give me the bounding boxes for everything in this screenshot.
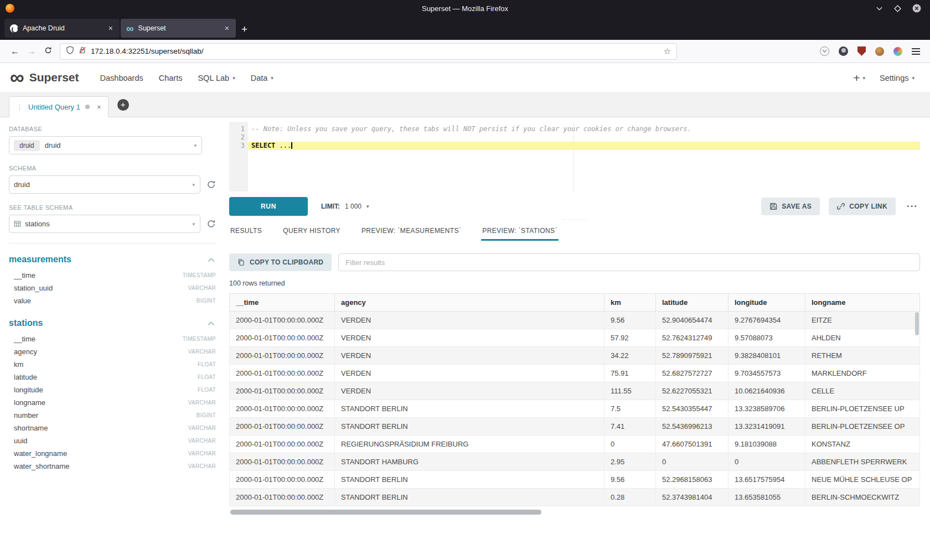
query-tab-untitled-query-1[interactable]: ⋮ Untitled Query 1 × bbox=[9, 96, 108, 117]
tab-preview-stations[interactable]: PREVIEW: `STATIONS` bbox=[481, 222, 559, 241]
nav-item-sql-lab[interactable]: SQL Lab ▾ bbox=[190, 63, 242, 93]
sql-text: ... bbox=[275, 142, 291, 149]
collapse-chevron-up-icon[interactable] bbox=[208, 255, 215, 265]
table-select[interactable]: stations ▾ bbox=[9, 215, 200, 233]
shield-permissions-icon[interactable] bbox=[66, 46, 74, 56]
table-section-measurements: measurements __timeTIMESTAMP station_uui… bbox=[9, 255, 216, 307]
grid-horizontal-scrollbar-thumb[interactable] bbox=[230, 510, 541, 515]
cell: 0.28 bbox=[604, 489, 656, 506]
cell: BERLIN-PLOETZENSEE OP bbox=[805, 418, 920, 435]
sql-keyword: SELECT bbox=[251, 142, 275, 149]
sql-lab-content: DATABASE druid druid ▾ SCHEMA druid ▾ SE… bbox=[0, 117, 930, 514]
nav-item-dashboards[interactable]: Dashboards bbox=[92, 63, 151, 93]
brand-name: Superset bbox=[29, 71, 79, 84]
schema-select[interactable]: druid ▾ bbox=[9, 175, 200, 194]
grid-vertical-scrollbar[interactable] bbox=[915, 312, 919, 505]
tab-results[interactable]: RESULTS bbox=[229, 222, 263, 241]
new-item-button[interactable]: + ▾ bbox=[853, 72, 865, 84]
cell: BERLIN-PLOETZENSEE UP bbox=[805, 400, 920, 418]
settings-menu[interactable]: Settings ▾ bbox=[880, 74, 914, 82]
browser-tab-bar: Apache Druid × ∞ Superset × + bbox=[0, 17, 930, 40]
column-header-agency[interactable]: agency bbox=[335, 294, 604, 312]
table-row[interactable]: 2000-01-01T00:00:00.000ZSTANDORT BERLIN7… bbox=[230, 400, 920, 418]
tab-query-history[interactable]: QUERY HISTORY bbox=[282, 222, 342, 241]
grid-horizontal-scrollbar[interactable] bbox=[229, 509, 920, 514]
table-row[interactable]: 2000-01-01T00:00:00.000ZVERDEN57.9252.76… bbox=[230, 329, 920, 347]
superset-navbar: ∞ Superset Dashboards Charts SQL Lab ▾ D… bbox=[0, 63, 930, 93]
extension-icon[interactable] bbox=[893, 47, 902, 56]
column-header-time[interactable]: __time bbox=[230, 294, 335, 312]
bookmark-star-icon[interactable]: ☆ bbox=[664, 46, 671, 56]
back-button[interactable]: ← bbox=[7, 46, 23, 56]
cell: 52.7890975921 bbox=[656, 347, 728, 365]
table-name[interactable]: stations bbox=[9, 318, 43, 328]
extension-icon[interactable] bbox=[875, 47, 884, 56]
drag-handle-icon[interactable]: ⋮ bbox=[16, 103, 23, 111]
run-button[interactable]: RUN bbox=[229, 197, 308, 216]
nav-item-label: Data bbox=[251, 74, 268, 82]
nav-item-data[interactable]: Data ▾ bbox=[243, 63, 281, 93]
column-name: number bbox=[14, 411, 38, 419]
editor-code-area[interactable]: -- Note: Unless you save your query, the… bbox=[248, 122, 920, 191]
ublock-extension-icon[interactable] bbox=[857, 46, 866, 56]
sql-code-editor[interactable]: 1 2 3 -- Note: Unless you save your quer… bbox=[229, 122, 920, 191]
table-name[interactable]: measurements bbox=[9, 255, 71, 265]
table-row[interactable]: 2000-01-01T00:00:00.000ZVERDEN75.9152.68… bbox=[230, 365, 920, 382]
cell: 9.181039088 bbox=[728, 435, 805, 453]
collapse-chevron-up-icon[interactable] bbox=[208, 318, 215, 328]
nav-item-label: Charts bbox=[159, 74, 183, 82]
column-row: numberBIGINT bbox=[9, 409, 216, 422]
table-row[interactable]: 2000-01-01T00:00:00.000ZVERDEN111.5552.6… bbox=[230, 382, 920, 400]
forward-button[interactable]: → bbox=[23, 46, 40, 56]
menu-icon[interactable] bbox=[912, 48, 920, 55]
new-browser-tab-button[interactable]: + bbox=[241, 24, 247, 34]
filter-results-input[interactable] bbox=[338, 253, 920, 271]
query-tab-close-icon[interactable]: × bbox=[97, 103, 101, 111]
table-row[interactable]: 2000-01-01T00:00:00.000ZSTANDORT BERLIN9… bbox=[230, 471, 920, 489]
add-query-tab-button[interactable]: + bbox=[117, 99, 129, 111]
insecure-lock-icon[interactable] bbox=[79, 46, 86, 56]
table-row[interactable]: 2000-01-01T00:00:00.000ZSTANDORT BERLIN7… bbox=[230, 418, 920, 435]
browser-tab-apache-druid[interactable]: Apache Druid × bbox=[4, 19, 120, 38]
column-header-latitude[interactable]: latitude bbox=[656, 294, 728, 312]
column-header-longitude[interactable]: longitude bbox=[728, 294, 805, 312]
window-controls bbox=[876, 4, 921, 13]
url-bar[interactable]: 172.18.0.4:32251/superset/sqllab/ ☆ bbox=[60, 43, 677, 60]
table-row[interactable]: 2000-01-01T00:00:00.000ZVERDEN34.2252.78… bbox=[230, 347, 920, 365]
pocket-icon[interactable] bbox=[820, 46, 829, 56]
browser-tab-superset[interactable]: ∞ Superset × bbox=[121, 19, 236, 38]
cell: REGIERUNGSPRÄSIDIUM FREIBURG bbox=[335, 435, 604, 453]
cell: NEUE MÜHLE SCHLEUSE OP bbox=[805, 471, 920, 489]
column-header-longname[interactable]: longname bbox=[805, 294, 920, 312]
url-text[interactable]: 172.18.0.4:32251/superset/sqllab/ bbox=[91, 47, 203, 55]
window-close-icon[interactable] bbox=[912, 4, 921, 13]
grid-vertical-scrollbar-thumb[interactable] bbox=[915, 312, 919, 335]
tab-close-icon[interactable]: × bbox=[107, 24, 114, 33]
tab-preview-measurements[interactable]: PREVIEW: `MEASUREMENTS` bbox=[360, 222, 462, 241]
copy-link-button[interactable]: COPY LINK bbox=[829, 198, 896, 215]
table-row[interactable]: 2000-01-01T00:00:00.000ZREGIERUNGSPRÄSID… bbox=[230, 435, 920, 453]
superset-logo[interactable]: ∞ Superset bbox=[10, 70, 79, 86]
reload-button[interactable] bbox=[40, 46, 56, 56]
table-row[interactable]: 2000-01-01T00:00:00.000ZSTANDORT HAMBURG… bbox=[230, 453, 920, 471]
more-options-icon[interactable]: ··· bbox=[905, 201, 920, 212]
database-select[interactable]: druid druid ▾ bbox=[9, 136, 202, 154]
cell: BERLIN-SCHMOECKWITZ bbox=[805, 489, 920, 506]
account-icon[interactable] bbox=[839, 46, 848, 56]
refresh-schemas-icon[interactable] bbox=[206, 180, 216, 189]
database-select-value: druid bbox=[45, 141, 61, 149]
window-maximize-icon[interactable] bbox=[894, 5, 901, 12]
pane-resize-handle[interactable]: ········· bbox=[229, 216, 920, 222]
sql-empty-line bbox=[248, 133, 920, 142]
limit-control[interactable]: LIMIT: 1 000 ▾ bbox=[321, 203, 369, 210]
window-minimize-icon[interactable] bbox=[876, 5, 883, 12]
refresh-tables-icon[interactable] bbox=[206, 219, 216, 229]
save-as-button[interactable]: SAVE AS bbox=[761, 198, 820, 215]
table-row[interactable]: 2000-01-01T00:00:00.000ZSTANDORT BERLIN0… bbox=[230, 489, 920, 506]
tab-close-icon[interactable]: × bbox=[224, 24, 230, 33]
copy-to-clipboard-button[interactable]: COPY TO CLIPBOARD bbox=[229, 253, 332, 271]
column-header-km[interactable]: km bbox=[604, 294, 656, 312]
table-row[interactable]: 2000-01-01T00:00:00.000ZVERDEN9.5652.904… bbox=[230, 312, 920, 329]
line-number: 1 bbox=[229, 125, 245, 133]
nav-item-charts[interactable]: Charts bbox=[151, 63, 190, 93]
